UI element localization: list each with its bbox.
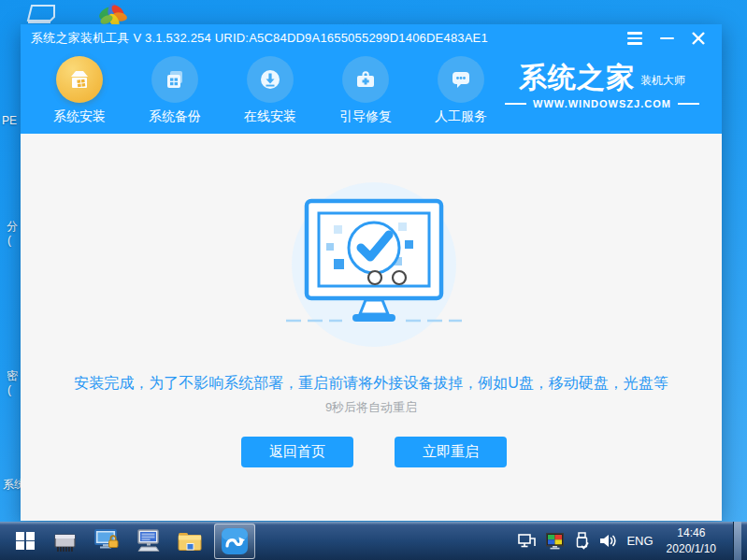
brand-website: WWW.WINDOWSZJ.COM xyxy=(533,98,671,109)
restart-now-button[interactable]: 立即重启 xyxy=(395,437,507,467)
desktop-label-mi[interactable]: 密 xyxy=(7,368,18,384)
taskbar-clock[interactable]: 14:46 2020/1/10 xyxy=(663,525,720,555)
desktop-label-mi-paren[interactable]: ( xyxy=(7,383,11,396)
nav-label: 引导修复 xyxy=(332,108,399,125)
start-button[interactable] xyxy=(5,524,46,559)
nav-item-system-install[interactable]: 系统安装 xyxy=(46,56,113,125)
windows-logo-icon xyxy=(16,532,35,551)
monitor-checkmark-icon xyxy=(280,192,467,332)
desktop-label-pe[interactable]: PE xyxy=(2,114,17,127)
taskbar-item-locked-display-tool[interactable] xyxy=(87,524,128,559)
language-indicator[interactable]: ENG xyxy=(626,534,653,548)
nav-label: 系统安装 xyxy=(46,108,113,125)
taskbar: ENG 14:46 2020/1/10 xyxy=(0,522,747,560)
menu-icon[interactable] xyxy=(623,29,647,48)
usb-eject-icon[interactable] xyxy=(574,532,590,550)
taskbar-item-installer-app-active[interactable] xyxy=(214,524,255,559)
nav-item-boot-repair[interactable]: 引导修复 xyxy=(332,56,399,125)
taskbar-item-memory-tool[interactable] xyxy=(46,524,87,559)
return-home-button[interactable]: 返回首页 xyxy=(241,437,353,467)
divider xyxy=(505,103,526,105)
boot-repair-toolbox-icon xyxy=(342,56,389,103)
restart-countdown: 9秒后将自动重启 xyxy=(21,399,722,416)
keyboard-monitor-icon xyxy=(135,527,163,555)
clock-time: 14:46 xyxy=(667,525,716,540)
divider xyxy=(678,103,699,105)
folder-icon xyxy=(176,527,204,555)
nav-item-support[interactable]: 人工服务 xyxy=(427,56,495,125)
brand-subtitle: 装机大师 xyxy=(640,73,685,93)
online-download-icon xyxy=(247,56,294,103)
window-controls xyxy=(623,29,722,48)
close-icon[interactable] xyxy=(686,29,711,48)
desktop-label-fen-paren[interactable]: ( xyxy=(7,234,11,247)
title-bar[interactable]: 系统之家装机工具 V 3.1.532.254 URID:A5C84DD9A165… xyxy=(21,24,722,52)
nav-item-online-install[interactable]: 在线安装 xyxy=(237,56,304,125)
minimize-icon[interactable] xyxy=(654,29,679,48)
show-desktop-button[interactable] xyxy=(733,522,741,560)
nav-bar: 系统安装 系统备份 xyxy=(21,52,722,134)
installer-window: 系统之家装机工具 V 3.1.532.254 URID:A5C84DD9A165… xyxy=(21,24,722,521)
install-box-icon xyxy=(56,56,103,103)
network-icon[interactable] xyxy=(518,533,537,549)
nav-label: 在线安装 xyxy=(237,108,304,125)
taskbar-item-file-explorer[interactable] xyxy=(169,524,210,559)
memory-chip-icon xyxy=(52,527,80,555)
brand-name: 系统之家 xyxy=(519,62,635,93)
desktop-display-icon[interactable] xyxy=(26,4,56,26)
backup-copy-icon xyxy=(151,56,198,103)
system-tray: ENG 14:46 2020/1/10 xyxy=(518,522,747,560)
brand-logo: 系统之家 装机大师 WWW.WINDOWSZJ.COM xyxy=(505,62,699,109)
volume-icon[interactable] xyxy=(599,533,617,549)
nav-label: 人工服务 xyxy=(427,108,495,125)
taskbar-item-onscreen-keyboard[interactable] xyxy=(128,524,169,559)
desktop-label-fen[interactable]: 分 xyxy=(7,219,18,235)
clock-date: 2020/1/10 xyxy=(667,541,716,556)
nav-item-system-backup[interactable]: 系统备份 xyxy=(141,56,208,125)
support-chat-icon xyxy=(438,56,484,103)
content-area: 安装完成，为了不影响系统部署，重启前请将外接设备拔掉，例如U盘，移动硬盘，光盘等… xyxy=(21,134,722,521)
monitor-lock-icon xyxy=(93,527,122,555)
nav-label: 系统备份 xyxy=(141,108,208,125)
desktop: PE 分 ( 密 ( 系统 系统之家装机工具 V 3.1.532.254 URI… xyxy=(0,0,747,560)
installer-app-icon xyxy=(221,527,249,555)
window-title: 系统之家装机工具 V 3.1.532.254 URID:A5C84DD9A165… xyxy=(21,30,488,47)
display-color-icon[interactable] xyxy=(546,533,565,550)
completion-message: 安装完成，为了不影响系统部署，重启前请将外接设备拔掉，例如U盘，移动硬盘，光盘等 xyxy=(21,374,722,394)
